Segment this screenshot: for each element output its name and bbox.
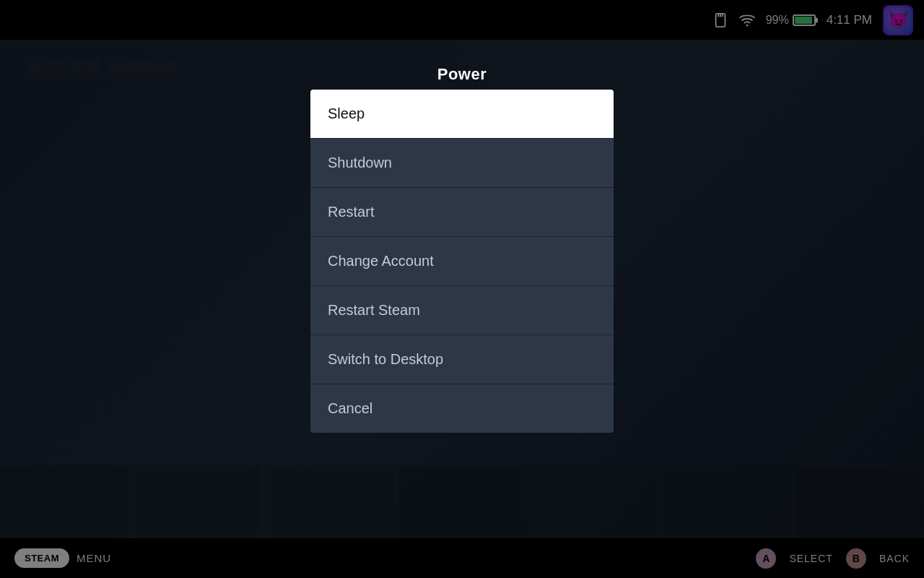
menu-item-cancel[interactable]: Cancel: [310, 384, 614, 433]
menu-item-switch-to-desktop[interactable]: Switch to Desktop: [310, 335, 614, 384]
menu-item-restart-steam[interactable]: Restart Steam: [310, 286, 614, 335]
menu-item-sleep[interactable]: Sleep: [310, 90, 614, 139]
power-menu-list: Sleep Shutdown Restart Change Account Re…: [310, 90, 614, 433]
power-dialog-title: Power: [310, 65, 614, 84]
menu-item-shutdown[interactable]: Shutdown: [310, 139, 614, 188]
menu-item-change-account[interactable]: Change Account: [310, 237, 614, 286]
power-dialog: Power Sleep Shutdown Restart Change Acco…: [310, 65, 614, 433]
menu-item-restart[interactable]: Restart: [310, 188, 614, 237]
